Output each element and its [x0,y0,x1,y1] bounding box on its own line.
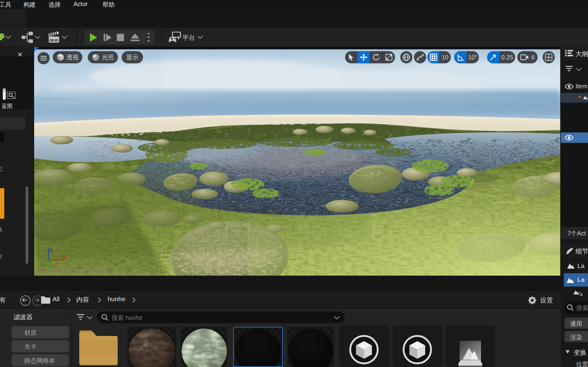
svg-text:Y: Y [47,263,50,269]
svg-text:Z: Z [50,248,53,253]
svg-text:X: X [62,254,66,259]
